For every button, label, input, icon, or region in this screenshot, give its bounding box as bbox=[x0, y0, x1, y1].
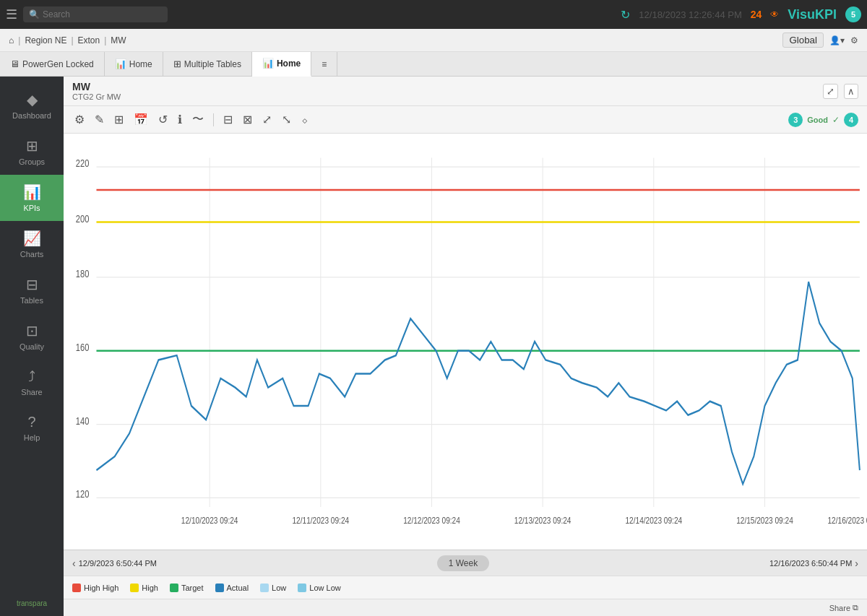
dashboard-icon: ◆ bbox=[27, 91, 38, 108]
legend-target: Target bbox=[170, 584, 204, 592]
svg-text:12/14/2023 09:24: 12/14/2023 09:24 bbox=[625, 516, 682, 525]
sidebar-item-quality[interactable]: ⊡ Quality bbox=[0, 313, 64, 360]
toolbar-grid-icon[interactable]: ⊟ bbox=[221, 111, 235, 128]
toolbar-settings-icon[interactable]: ⚙ bbox=[72, 111, 87, 128]
sidebar-item-charts[interactable]: 📈 Charts bbox=[0, 221, 64, 267]
kpi-title: MW bbox=[72, 81, 121, 92]
global-button[interactable]: Global bbox=[782, 32, 824, 48]
hamburger-icon[interactable]: ☰ bbox=[6, 6, 17, 22]
tab-home-1[interactable]: 📊 Home bbox=[105, 52, 163, 77]
svg-text:140: 140 bbox=[76, 415, 90, 427]
content-area: MW CTG2 Gr MW ⤢ ∧ ⚙ ✎ ⊞ 📅 ↺ ℹ 〜 ⊟ ⊠ ⤢ ⤡ … bbox=[64, 77, 867, 616]
sidebar-item-tables[interactable]: ⊟ Tables bbox=[0, 267, 64, 313]
legend-low: Low bbox=[260, 584, 286, 592]
kpi-subtitle: CTG2 Gr MW bbox=[72, 92, 121, 101]
svg-text:180: 180 bbox=[76, 269, 90, 280]
kpi-title-block: MW CTG2 Gr MW bbox=[72, 81, 121, 101]
collapse-button[interactable]: ∧ bbox=[844, 84, 858, 99]
sidebar-item-groups[interactable]: ⊞ Groups bbox=[0, 129, 64, 175]
legend-actual-dot bbox=[215, 584, 224, 592]
legend-actual: Actual bbox=[215, 584, 249, 592]
callout-3: 3 bbox=[788, 113, 803, 127]
settings-icon[interactable]: ⚙ bbox=[850, 35, 858, 45]
toolbar-right: 3 Good ✓ 4 bbox=[788, 113, 858, 127]
toolbar-edit-icon[interactable]: ✎ bbox=[92, 111, 106, 128]
tab-menu[interactable]: ≡ bbox=[311, 52, 337, 77]
alert-count: 24 bbox=[751, 9, 762, 20]
status-label: Good bbox=[807, 116, 828, 124]
toolbar-pin-icon[interactable]: ⬦ bbox=[299, 112, 311, 128]
prev-arrow[interactable]: ‹ bbox=[72, 558, 76, 569]
tab-powergen[interactable]: 🖥 PowerGen Locked bbox=[0, 52, 105, 77]
toolbar-move-icon[interactable]: ⤢ bbox=[260, 111, 274, 128]
svg-text:120: 120 bbox=[76, 489, 90, 500]
user-icon[interactable]: 👤▾ bbox=[829, 35, 845, 45]
sidebar-item-dashboard[interactable]: ◆ Dashboard bbox=[0, 82, 64, 129]
toolbar: ⚙ ✎ ⊞ 📅 ↺ ℹ 〜 ⊟ ⊠ ⤢ ⤡ ⬦ 3 Good ✓ 4 bbox=[64, 106, 867, 134]
svg-text:200: 200 bbox=[76, 213, 90, 225]
help-icon: ? bbox=[27, 414, 35, 430]
datetime-display: 12/18/2023 12:26:44 PM bbox=[639, 9, 741, 20]
legend-low-low-dot bbox=[298, 584, 306, 592]
charts-icon: 📈 bbox=[23, 230, 41, 247]
breadcrumb-exton[interactable]: Exton bbox=[78, 35, 100, 45]
tab-bar: 🖥 PowerGen Locked 📊 Home ⊞ Multiple Tabl… bbox=[0, 52, 867, 77]
legend-high-dot bbox=[130, 584, 139, 592]
share-link[interactable]: Share ⧉ bbox=[829, 603, 858, 612]
sidebar: ◆ Dashboard ⊞ Groups 📊 KPIs 📈 Charts ⊟ T… bbox=[0, 77, 64, 616]
expand-button[interactable]: ⤢ bbox=[823, 84, 838, 99]
svg-text:12/16/2023 09:24: 12/16/2023 09:24 bbox=[828, 516, 867, 525]
svg-text:12/13/2023 09:24: 12/13/2023 09:24 bbox=[514, 516, 571, 525]
top-bar-right: ↻ 12/18/2023 12:26:44 PM 24 👁 VisuKPI 5 bbox=[621, 6, 861, 22]
sidebar-item-share[interactable]: ⤴ Share bbox=[0, 360, 64, 405]
search-box[interactable]: 🔍 bbox=[23, 6, 168, 22]
groups-icon: ⊞ bbox=[26, 137, 38, 155]
legend-high-high: High High bbox=[72, 584, 118, 592]
legend-low-dot bbox=[260, 584, 269, 592]
next-arrow[interactable]: › bbox=[855, 558, 858, 569]
legend-high: High bbox=[130, 584, 158, 592]
share-bar: Share ⧉ bbox=[64, 599, 867, 616]
search-icon: 🔍 bbox=[29, 9, 40, 19]
sidebar-item-help[interactable]: ? Help bbox=[0, 405, 64, 451]
toolbar-split-icon[interactable]: ⊠ bbox=[241, 111, 254, 128]
svg-text:220: 220 bbox=[76, 158, 90, 170]
toolbar-refresh-icon[interactable]: ↺ bbox=[156, 111, 170, 128]
toolbar-table-icon[interactable]: ⊞ bbox=[112, 111, 126, 128]
sidebar-logo: transpara bbox=[17, 591, 47, 616]
search-input[interactable] bbox=[43, 9, 158, 19]
kpis-icon: 📊 bbox=[23, 183, 41, 201]
tab-powergen-icon: 🖥 bbox=[10, 58, 20, 69]
tab-multiple-tables[interactable]: ⊞ Multiple Tables bbox=[163, 52, 252, 77]
top-bar: ☰ 🔍 ↻ 12/18/2023 12:26:44 PM 24 👁 VisuKP… bbox=[0, 0, 867, 29]
refresh-icon[interactable]: ↻ bbox=[621, 8, 630, 22]
time-range-label[interactable]: 1 Week bbox=[437, 555, 489, 571]
legend-bar: High High High Target Actual Low Low Low bbox=[64, 576, 867, 599]
breadcrumb-mw[interactable]: MW bbox=[111, 35, 126, 45]
time-range-end: 12/16/2023 6:50:44 PM bbox=[769, 559, 852, 568]
check-icon: ✓ bbox=[832, 115, 840, 125]
actual-line bbox=[96, 282, 859, 484]
toolbar-arrows-icon[interactable]: ⤡ bbox=[280, 111, 293, 128]
breadcrumb-region[interactable]: Region NE bbox=[25, 35, 66, 45]
main-layout: ◆ Dashboard ⊞ Groups 📊 KPIs 📈 Charts ⊟ T… bbox=[0, 77, 867, 616]
tables-icon: ⊟ bbox=[26, 276, 38, 293]
kpi-header-right: ⤢ ∧ bbox=[823, 84, 858, 99]
kpi-header: MW CTG2 Gr MW ⤢ ∧ bbox=[64, 77, 867, 106]
tab-home-2[interactable]: 📊 Home bbox=[252, 52, 311, 77]
eye-icon[interactable]: 👁 bbox=[770, 9, 779, 19]
toolbar-wave-icon[interactable]: 〜 bbox=[190, 110, 206, 129]
breadcrumb-home-icon[interactable]: ⌂ bbox=[9, 35, 14, 45]
toolbar-info-icon[interactable]: ℹ bbox=[176, 111, 184, 128]
legend-target-dot bbox=[170, 584, 178, 592]
share-icon: ⤴ bbox=[28, 368, 35, 385]
time-range-bar: ‹ 12/9/2023 6:50:44 PM 1 Week 12/16/2023… bbox=[64, 550, 867, 576]
legend-high-high-dot bbox=[72, 584, 81, 592]
svg-text:12/12/2023 09:24: 12/12/2023 09:24 bbox=[403, 516, 460, 525]
sidebar-item-kpis[interactable]: 📊 KPIs bbox=[0, 175, 64, 221]
tab-home2-icon: 📊 bbox=[262, 58, 274, 69]
tab-home1-icon: 📊 bbox=[115, 58, 126, 69]
svg-text:12/11/2023 09:24: 12/11/2023 09:24 bbox=[293, 516, 350, 525]
toolbar-calendar-icon[interactable]: 📅 bbox=[131, 111, 150, 128]
logo: VisuKPI bbox=[788, 7, 837, 22]
